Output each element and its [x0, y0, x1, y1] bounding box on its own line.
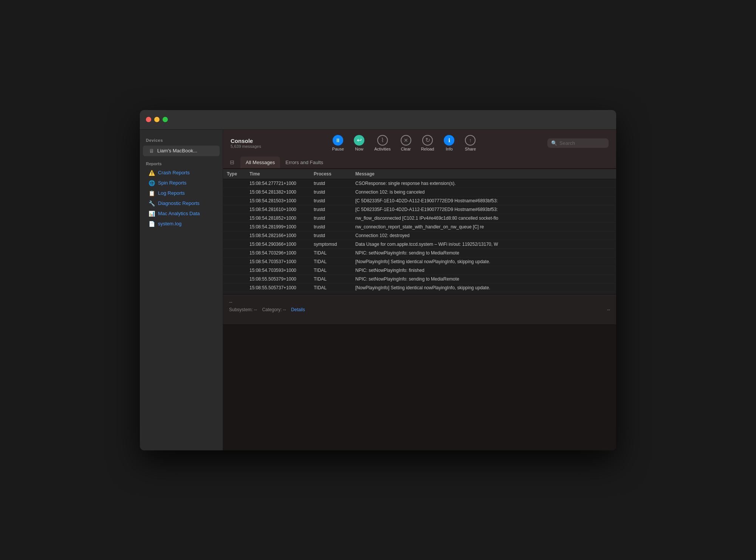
share-button[interactable]: ↑ Share	[460, 133, 480, 153]
sidebar-item-analytics-label: Mac Analytics Data	[158, 211, 200, 216]
cell-time: 15:08:54.703537+1000	[246, 257, 310, 266]
cell-message: [C 5D82335F-1E10-4D2D-A112-E19007772ED9 …	[352, 196, 616, 205]
activities-button[interactable]: ⌇ Activities	[370, 133, 394, 153]
table-row[interactable]: 15:08:54.281999+1000 trustd nw_connectio…	[223, 222, 616, 231]
sidebar-item-crash[interactable]: ⚠️ Crash Reports	[142, 168, 220, 178]
cell-process: trustd	[310, 179, 352, 188]
tab-all-messages[interactable]: All Messages	[240, 157, 280, 168]
sidebar-toggle-button[interactable]: ⊟	[227, 158, 237, 167]
table-row[interactable]: 15:08:54.703537+1000 TIDAL [NowPlayingIn…	[223, 257, 616, 266]
reload-icon: ↻	[422, 135, 433, 146]
cell-process: TIDAL	[310, 283, 352, 292]
detail-panel: -- -- Subsystem: -- Category: -- Details	[223, 294, 616, 324]
details-link[interactable]: Details	[291, 307, 305, 312]
pause-label: Pause	[332, 147, 344, 151]
maximize-button[interactable]	[163, 117, 168, 122]
info-button[interactable]: ℹ Info	[439, 133, 459, 153]
cell-time: 15:08:55.505379+1000	[246, 275, 310, 283]
table-row[interactable]: 15:08:54.290366+1000 symptomsd Data Usag…	[223, 240, 616, 248]
cell-message: NPIC: setNowPlayingInfo: sending to Medi…	[352, 248, 616, 257]
cell-type	[223, 248, 246, 257]
table-row[interactable]: 15:08:55.505379+1000 TIDAL NPIC: setNowP…	[223, 275, 616, 283]
empty-log-area	[223, 324, 616, 450]
close-button[interactable]	[146, 117, 151, 122]
cell-type	[223, 266, 246, 275]
tab-errors-faults[interactable]: Errors and Faults	[280, 157, 328, 168]
info-icon: ℹ	[444, 135, 454, 146]
table-row[interactable]: 15:08:54.281382+1000 trustd Connection 1…	[223, 188, 616, 196]
activities-icon: ⌇	[377, 135, 388, 146]
sidebar-item-diagnostic[interactable]: 🔧 Diagnostic Reports	[142, 199, 220, 208]
log-table-container[interactable]: Type Time Process Message 15:08:54.27772…	[223, 169, 616, 295]
clipboard-icon: 📋	[148, 190, 155, 196]
sidebar-item-analytics[interactable]: 📊 Mac Analytics Data	[142, 209, 220, 219]
category-value: --	[283, 307, 286, 312]
sidebar-item-syslog-label: system.log	[158, 221, 181, 226]
detail-dash: --	[229, 299, 610, 305]
minimize-button[interactable]	[154, 117, 160, 122]
cell-message: Connection 102: is being canceled	[352, 188, 616, 196]
toolbar-top: Console 5,639 messages ⏸ Pause ↩ Now	[223, 130, 616, 157]
sidebar-item-diagnostic-label: Diagnostic Reports	[158, 200, 200, 206]
table-row[interactable]: 15:08:54.281503+1000 trustd [C 5D82335F-…	[223, 196, 616, 205]
col-header-time: Time	[246, 169, 310, 179]
cell-type	[223, 283, 246, 292]
detail-right-dash: --	[607, 307, 610, 312]
pause-button[interactable]: ⏸ Pause	[328, 133, 348, 153]
cell-message: [NowPlayingInfo] Setting identical nowPl…	[352, 283, 616, 292]
sidebar-item-syslog[interactable]: 📄 system.log	[142, 219, 220, 229]
cell-time: 15:08:54.281503+1000	[246, 196, 310, 205]
table-row[interactable]: 15:08:54.281610+1000 trustd [C 5D82335F-…	[223, 205, 616, 214]
table-row[interactable]: 15:08:54.277721+1000 trustd CSOResponse:…	[223, 179, 616, 188]
search-icon: 🔍	[551, 140, 557, 146]
reload-button[interactable]: ↻ Reload	[417, 133, 438, 153]
reports-section-label: Reports	[140, 157, 223, 168]
log-table: Type Time Process Message 15:08:54.27772…	[223, 169, 616, 295]
table-row[interactable]: 15:08:55.505737+1000 TIDAL [NowPlayingIn…	[223, 283, 616, 292]
search-bar[interactable]: 🔍	[547, 138, 609, 148]
table-row[interactable]: 15:08:54.281852+1000 trustd nw_flow_disc…	[223, 214, 616, 222]
cell-type	[223, 240, 246, 248]
content-area: Console 5,639 messages ⏸ Pause ↩ Now	[223, 130, 616, 450]
cell-message: CSOResponse: single response has extensi…	[352, 179, 616, 188]
cell-time: 15:08:55.505737+1000	[246, 283, 310, 292]
table-row[interactable]: 15:08:54.703593+1000 TIDAL NPIC: setNowP…	[223, 266, 616, 275]
tabs-bar: ⊟ All Messages Errors and Faults	[223, 157, 616, 169]
table-header-row: Type Time Process Message	[223, 169, 616, 179]
cell-message: [NowPlayingInfo] Setting identical nowPl…	[352, 257, 616, 266]
search-input[interactable]	[559, 140, 605, 146]
category-label: Category:	[262, 307, 282, 312]
sidebar-item-log[interactable]: 📋 Log Reports	[142, 188, 220, 198]
cell-type	[223, 275, 246, 283]
cell-process: TIDAL	[310, 266, 352, 275]
devices-section-label: Devices	[140, 136, 223, 145]
wrench-icon: 🔧	[148, 200, 155, 206]
sidebar-item-log-label: Log Reports	[158, 190, 185, 196]
cell-process: trustd	[310, 231, 352, 240]
cell-process: TIDAL	[310, 275, 352, 283]
now-label: Now	[355, 147, 363, 151]
cell-process: trustd	[310, 214, 352, 222]
now-button[interactable]: ↩ Now	[349, 133, 369, 153]
cell-message: Data Usage for com.apple.tccd.system – W…	[352, 240, 616, 248]
detail-meta: -- Subsystem: -- Category: -- Details	[229, 307, 610, 312]
table-row[interactable]: 15:08:54.703296+1000 TIDAL NPIC: setNowP…	[223, 248, 616, 257]
cell-type	[223, 205, 246, 214]
clear-label: Clear	[401, 147, 411, 151]
cell-process: trustd	[310, 222, 352, 231]
cell-type	[223, 179, 246, 188]
sidebar-item-spin[interactable]: 🌐 Spin Reports	[142, 178, 220, 188]
log-table-body: 15:08:54.277721+1000 trustd CSOResponse:…	[223, 179, 616, 294]
cell-time: 15:08:54.290366+1000	[246, 240, 310, 248]
sidebar-item-crash-label: Crash Reports	[158, 170, 190, 175]
cell-process: symptomsd	[310, 240, 352, 248]
cell-time: 15:08:54.277721+1000	[246, 179, 310, 188]
share-label: Share	[465, 147, 476, 151]
table-row[interactable]: 15:08:54.282166+1000 trustd Connection 1…	[223, 231, 616, 240]
share-icon: ↑	[465, 135, 476, 146]
cell-time: 15:08:54.703296+1000	[246, 248, 310, 257]
now-icon: ↩	[354, 135, 364, 146]
clear-icon: ✕	[401, 135, 411, 146]
clear-button[interactable]: ✕ Clear	[396, 133, 416, 153]
device-item[interactable]: 🖥 Liam's MacBook...	[143, 146, 220, 156]
